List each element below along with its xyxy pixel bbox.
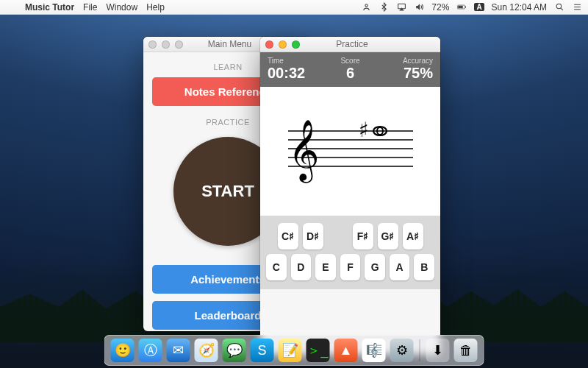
- dock-mail-icon[interactable]: ✉︎: [167, 339, 190, 362]
- stats-bar: Time 00:32 Score 6 Accuracy 75%: [260, 52, 440, 87]
- dock-separator: [420, 339, 420, 361]
- key-f-sharp[interactable]: F♯: [353, 223, 373, 250]
- key-b[interactable]: B: [414, 254, 434, 280]
- menubar-app-name[interactable]: Music Tutor: [25, 2, 74, 13]
- practice-titlebar[interactable]: Practice: [260, 37, 440, 52]
- spotlight-icon[interactable]: [554, 2, 564, 13]
- time-value: 00:32: [268, 65, 323, 81]
- key-c[interactable]: C: [266, 254, 287, 280]
- menubar-clock[interactable]: Sun 12:04 AM: [492, 2, 547, 13]
- dock-terminal-icon[interactable]: ＞_: [306, 339, 330, 362]
- dock-finder-icon[interactable]: 🙂: [111, 339, 135, 362]
- accuracy-value: 75%: [378, 65, 433, 81]
- fast-user-switching-icon[interactable]: [361, 2, 371, 13]
- dock-safari-icon[interactable]: 🧭: [195, 339, 218, 362]
- menubar-item-window[interactable]: Window: [106, 2, 137, 13]
- menubar: Music Tutor File Window Help 72% A Sun 1…: [0, 0, 588, 15]
- score-value: 6: [323, 65, 378, 81]
- dock-system-preferences-icon[interactable]: ⚙︎: [390, 339, 414, 362]
- svg-rect-3: [458, 6, 463, 9]
- battery-icon[interactable]: [456, 2, 467, 13]
- dock-skype-icon[interactable]: S: [251, 339, 274, 362]
- menubar-item-help[interactable]: Help: [146, 2, 165, 13]
- key-a-sharp[interactable]: A♯: [403, 223, 423, 250]
- practice-window: Practice Time 00:32 Score 6 Accuracy 75%…: [260, 37, 440, 355]
- svg-point-0: [365, 4, 368, 7]
- battery-percent[interactable]: 72%: [431, 2, 449, 13]
- key-e[interactable]: E: [315, 254, 336, 280]
- svg-point-5: [556, 4, 562, 9]
- treble-clef-icon: 𝄞: [288, 120, 320, 183]
- score-label: Score: [323, 57, 378, 65]
- input-source-indicator[interactable]: A: [474, 3, 484, 11]
- bluetooth-icon[interactable]: [379, 2, 389, 13]
- key-d[interactable]: D: [291, 254, 312, 280]
- dock: 🙂 Ⓐ ✉︎ 🧭 💬 S 📝 ＞_ ▲ 🎼 ⚙︎ ⬇︎ 🗑: [104, 335, 484, 366]
- apple-logo-icon[interactable]: [6, 2, 16, 13]
- dock-trash-icon[interactable]: 🗑: [454, 339, 478, 362]
- key-a[interactable]: A: [390, 254, 410, 280]
- dock-downloads-icon[interactable]: ⬇︎: [426, 339, 450, 362]
- accuracy-label: Accuracy: [378, 57, 433, 65]
- key-c-sharp[interactable]: C♯: [278, 223, 298, 250]
- key-g[interactable]: G: [365, 254, 385, 280]
- airplay-icon[interactable]: [396, 2, 406, 13]
- answer-keys: C♯ D♯ F♯ G♯ A♯ C D E F G A B: [260, 216, 440, 289]
- key-g-sharp[interactable]: G♯: [378, 223, 398, 250]
- practice-section-label: PRACTICE: [206, 118, 250, 127]
- svg-rect-4: [465, 7, 466, 8]
- volume-icon[interactable]: [414, 2, 424, 13]
- dock-app-store-icon[interactable]: Ⓐ: [139, 339, 162, 362]
- key-d-sharp[interactable]: D♯: [303, 223, 323, 250]
- dock-vlc-icon[interactable]: ▲: [334, 339, 358, 362]
- time-label: Time: [268, 57, 323, 65]
- key-f[interactable]: F: [340, 254, 361, 280]
- menubar-item-file[interactable]: File: [83, 2, 97, 13]
- practice-title: Practice: [269, 39, 435, 49]
- sharp-accidental-icon: ♯: [359, 118, 369, 141]
- dock-messages-icon[interactable]: 💬: [223, 339, 246, 362]
- staff-display: 𝄞 ♯: [260, 87, 440, 216]
- notification-center-icon[interactable]: [572, 2, 582, 13]
- dock-notes-icon[interactable]: 📝: [279, 339, 302, 362]
- dock-music-tutor-icon[interactable]: 🎼: [362, 339, 386, 362]
- learn-section-label: LEARN: [213, 63, 242, 71]
